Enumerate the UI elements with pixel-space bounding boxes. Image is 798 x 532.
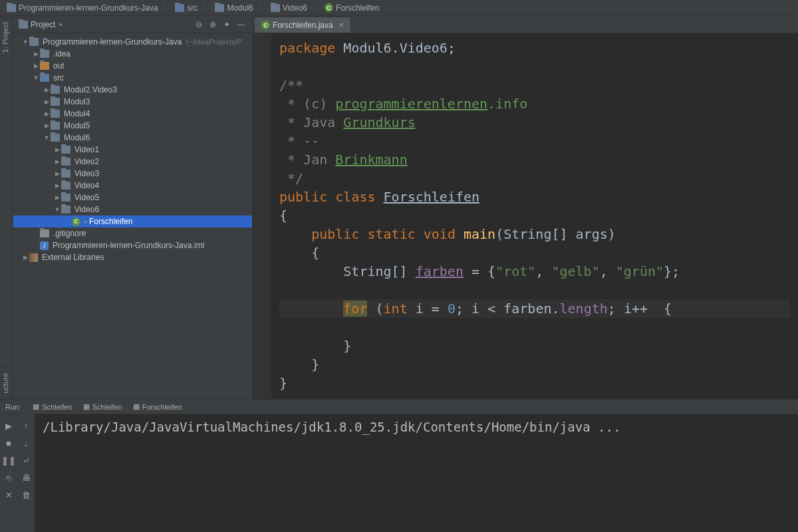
- rerun-button[interactable]: ▶: [1, 418, 16, 433]
- tree-item[interactable]: ▶.idea: [13, 48, 252, 60]
- iml-file-icon: J: [40, 241, 49, 250]
- run-toolbar-left: ▶ ■ ❚❚ ⎋ ✕: [0, 414, 17, 532]
- chevron-right-icon[interactable]: ▶: [32, 63, 40, 69]
- print-button[interactable]: 🖶: [19, 470, 33, 485]
- tree-item[interactable]: ▶Video3: [13, 168, 252, 180]
- close-icon[interactable]: ✕: [338, 21, 344, 29]
- exit-button[interactable]: ⎋: [1, 470, 16, 485]
- tree-item[interactable]: ▶Modul2.Video3: [13, 84, 252, 96]
- class-icon: C: [261, 21, 270, 29]
- tree-item-label: Video5: [74, 193, 99, 202]
- tree-item-path: (~/IdeaProjects/P: [186, 38, 242, 46]
- breadcrumb-item[interactable]: src: [172, 3, 200, 13]
- tree-item[interactable]: ▶Modul4: [13, 108, 252, 120]
- tree-item-label: Modul6: [64, 133, 90, 142]
- folder-icon: [51, 122, 60, 130]
- tree-item[interactable]: ▶Modul5: [13, 120, 252, 132]
- folder-icon: [51, 110, 60, 118]
- code-editor[interactable]: package Modul6.Video6; /** * (c) program…: [253, 33, 798, 399]
- editor-tab[interactable]: C Forschleifen.java ✕: [254, 17, 351, 33]
- structure-tool-tab[interactable]: ucture: [0, 367, 13, 399]
- run-header: Run: ▦ Schleifen ▦ Schleifen ▦ Forschlei…: [0, 400, 798, 414]
- tree-item[interactable]: ▶External Libraries: [13, 251, 252, 263]
- chevron-right-icon[interactable]: ▶: [43, 98, 51, 105]
- tree-item-label: Modul5: [64, 121, 90, 130]
- tree-item[interactable]: ▶Video2: [13, 156, 252, 168]
- folder-icon: [40, 74, 49, 82]
- project-tool-header: Project ▾ ⊖ ⊕ ✦ —: [13, 16, 252, 33]
- folder-icon: [61, 182, 70, 190]
- chevron-right-icon: 〉: [202, 2, 210, 13]
- down-button[interactable]: ↓: [19, 436, 33, 450]
- wrap-button[interactable]: ⤶: [19, 453, 33, 467]
- chevron-down-icon[interactable]: ▼: [53, 206, 61, 213]
- tree-item[interactable]: ▼Video6: [13, 203, 252, 215]
- tree-item[interactable]: ▶Video1: [13, 144, 252, 156]
- trash-button[interactable]: 🗑: [19, 487, 33, 502]
- folder-icon: [51, 98, 60, 106]
- tree-item-label: Video1: [74, 145, 99, 154]
- folder-icon: [61, 170, 70, 178]
- breadcrumb-item[interactable]: Programmieren-lernen-Grundkurs-Java: [4, 3, 160, 13]
- tree-item[interactable]: ▶Modul3: [13, 96, 252, 108]
- chevron-right-icon[interactable]: ▶: [43, 110, 51, 117]
- project-icon: [19, 21, 28, 29]
- tree-item-selected[interactable]: C▸Forschleifen: [13, 215, 252, 227]
- chevron-down-icon[interactable]: ▼: [32, 74, 40, 81]
- chevron-right-icon[interactable]: ▶: [53, 158, 61, 165]
- close-button[interactable]: ✕: [1, 487, 16, 502]
- tree-item[interactable]: ▼src: [13, 72, 252, 84]
- hide-button[interactable]: —: [235, 19, 247, 31]
- class-icon: C: [72, 217, 80, 226]
- pause-button[interactable]: ❚❚: [1, 453, 16, 467]
- chevron-down-icon[interactable]: ▼: [21, 39, 29, 45]
- file-icon: [40, 229, 49, 237]
- class-icon: C: [325, 3, 333, 12]
- tree-item[interactable]: JProgrammieren-lernen-Grundkurs-Java.iml: [13, 239, 252, 251]
- project-tool-tab[interactable]: 1: Project: [0, 16, 13, 58]
- tree-item[interactable]: ▶Video5: [13, 192, 252, 203]
- project-tool-title: Project: [31, 20, 55, 29]
- collapse-all-button[interactable]: ⊖: [193, 19, 205, 31]
- chevron-right-icon[interactable]: ▶: [53, 170, 61, 177]
- dropdown-icon[interactable]: ▾: [59, 21, 63, 28]
- code-area[interactable]: package Modul6.Video6; /** * (c) program…: [271, 33, 798, 399]
- folder-icon: [40, 62, 49, 70]
- scroll-to-source-button[interactable]: ⊕: [207, 19, 219, 31]
- console-output[interactable]: /Library/Java/JavaVirtualMachines/jdk1.8…: [35, 414, 798, 532]
- chevron-right-icon[interactable]: ▶: [21, 254, 29, 261]
- project-sidebar: Project ▾ ⊖ ⊕ ✦ — ▼Programmieren-lernen-…: [13, 16, 253, 399]
- chevron-right-icon[interactable]: ▶: [53, 194, 61, 201]
- run-config-tab[interactable]: ▦ Schleifen: [78, 402, 128, 411]
- chevron-right-icon[interactable]: ▶: [53, 182, 61, 189]
- settings-button[interactable]: ✦: [221, 19, 233, 31]
- stop-button[interactable]: ■: [1, 436, 16, 450]
- tree-item-label: Video3: [74, 169, 99, 178]
- chevron-right-icon: 〉: [312, 2, 320, 13]
- tree-item[interactable]: .gitignore: [13, 227, 252, 239]
- chevron-right-icon[interactable]: ▶: [43, 86, 51, 93]
- tree-item[interactable]: ▼Programmieren-lernen-Grundkurs-Java(~/I…: [13, 36, 252, 48]
- breadcrumb-item[interactable]: Video6: [268, 3, 310, 13]
- tree-item[interactable]: ▼Modul6: [13, 132, 252, 144]
- tree-item-label: Programmieren-lernen-Grundkurs-Java: [43, 37, 182, 47]
- chevron-right-icon[interactable]: ▶: [43, 122, 51, 129]
- chevron-right-icon[interactable]: ▶: [32, 51, 40, 57]
- up-button[interactable]: ↑: [19, 418, 33, 433]
- tree-item-label: Modul3: [64, 97, 90, 106]
- run-config-tab[interactable]: ▦ Forschleifen: [128, 402, 188, 411]
- folder-icon: [61, 205, 70, 213]
- tree-item[interactable]: ▶Video4: [13, 180, 252, 192]
- project-tree[interactable]: ▼Programmieren-lernen-Grundkurs-Java(~/I…: [13, 33, 252, 399]
- chevron-down-icon[interactable]: ▼: [43, 134, 51, 141]
- tree-item-label: External Libraries: [42, 253, 104, 262]
- run-config-tab[interactable]: ▦ Schleifen: [27, 402, 77, 411]
- tree-item[interactable]: ▶out: [13, 60, 252, 72]
- folder-icon: [7, 4, 16, 12]
- breadcrumb-item[interactable]: CForschleifen: [322, 3, 382, 13]
- breadcrumb-item[interactable]: Modul6: [212, 3, 255, 13]
- editor-tab-label: Forschleifen.java: [273, 21, 333, 30]
- folder-icon: [271, 4, 280, 12]
- folder-icon: [61, 158, 70, 166]
- chevron-right-icon[interactable]: ▶: [53, 146, 61, 153]
